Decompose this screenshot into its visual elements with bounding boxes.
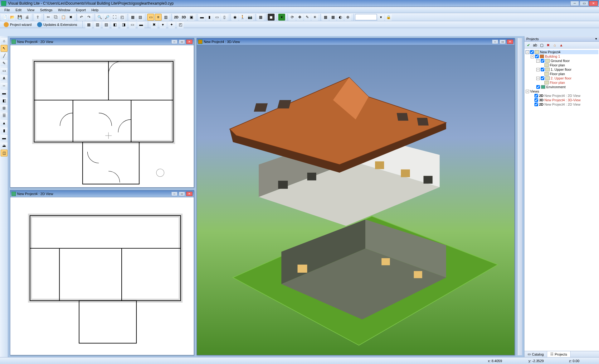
section-icon[interactable]: ▣ — [188, 14, 195, 21]
tree-checkbox[interactable] — [534, 98, 538, 102]
tree-ground-floor[interactable]: − Ground floor — [525, 59, 598, 63]
min-button[interactable]: ─ — [171, 192, 178, 196]
cut-icon[interactable]: ✂ — [45, 14, 52, 21]
tab-catalog[interactable]: ▭ Catalog — [524, 351, 547, 357]
terrain-icon[interactable]: ⛰ — [1, 142, 7, 149]
select-icon[interactable]: ▭ — [147, 14, 154, 21]
collapse-icon[interactable]: − — [531, 55, 534, 58]
panel-6-icon[interactable]: ▭ — [129, 21, 136, 28]
measure-icon[interactable]: ≡ — [155, 14, 162, 21]
select-region-icon[interactable]: ◫ — [1, 150, 7, 156]
menu-file[interactable]: File — [2, 7, 12, 12]
project-wizard-button[interactable]: Project wizard — [2, 22, 33, 27]
copy-icon[interactable]: ⿻ — [52, 14, 59, 21]
tree-floorplan-1[interactable]: Floor plan — [525, 63, 598, 67]
tile-v-icon[interactable]: ▮ — [206, 14, 213, 21]
updates-extensions-button[interactable]: Updates & Extensions — [35, 22, 79, 27]
window-2d-a-header[interactable]: New Project4 : 2D View ─ ▭ ✕ — [10, 38, 194, 45]
close-button[interactable]: ✕ — [589, 1, 598, 6]
cascade-icon[interactable]: ▭ — [213, 14, 220, 21]
tool-b-icon[interactable]: ▾ — [159, 21, 166, 28]
menu-view[interactable]: View — [25, 7, 37, 12]
project-tree[interactable]: − New Project4 − Building 1 − Ground flo… — [524, 49, 599, 351]
tree-checkbox[interactable] — [530, 50, 534, 54]
menu-settings[interactable]: Settings — [37, 7, 55, 12]
print-icon[interactable]: 🖨 — [24, 14, 31, 21]
max-button[interactable]: ▭ — [499, 40, 506, 44]
shade-icon[interactable]: ▩ — [329, 14, 336, 21]
sun-icon[interactable]: ☀ — [311, 14, 318, 21]
column-icon[interactable]: ▮ — [1, 127, 7, 134]
tree-building[interactable]: − Building 1 — [525, 54, 598, 59]
tree-checkbox[interactable] — [536, 85, 540, 89]
close-button[interactable]: ✕ — [186, 192, 192, 196]
collapse-icon[interactable]: − — [536, 68, 540, 71]
plan-canvas-a[interactable] — [10, 45, 194, 187]
new-icon[interactable]: 📄 — [1, 14, 8, 21]
pencil-icon[interactable]: ✎ — [1, 60, 7, 67]
tool-a-icon[interactable]: ✖ — [151, 21, 158, 28]
globe-icon[interactable]: ⊕ — [344, 14, 351, 21]
texture-icon[interactable]: ◐ — [337, 14, 344, 21]
pointer-icon[interactable]: ↖ — [1, 45, 7, 52]
wire-icon[interactable]: ▦ — [322, 14, 329, 21]
collapse-icon[interactable]: − — [536, 77, 540, 80]
door-icon[interactable]: ◧ — [1, 97, 7, 104]
tree-checkbox[interactable] — [541, 76, 544, 80]
min-button[interactable]: ─ — [171, 40, 178, 44]
collapse-icon[interactable]: − — [536, 59, 540, 63]
arrange-icon[interactable]: ▯ — [221, 14, 228, 21]
menu-export[interactable]: Export — [73, 7, 88, 12]
delete-icon[interactable]: ✖ — [67, 14, 74, 21]
new-folder-icon[interactable]: ▢ — [539, 42, 544, 48]
stair-icon[interactable]: ☰ — [1, 112, 7, 119]
close-button[interactable]: ✕ — [186, 40, 192, 44]
tree-checkbox[interactable] — [541, 68, 544, 71]
tree-checkbox[interactable] — [534, 103, 538, 106]
close-button[interactable]: ✕ — [507, 40, 513, 44]
line-icon[interactable]: ╱ — [1, 52, 7, 59]
tool-d-icon[interactable]: ◰ — [177, 21, 184, 28]
window-2d-b-header[interactable]: New Project4 : 2D View ─ ▭ ✕ — [10, 190, 194, 197]
menu-window[interactable]: Window — [56, 7, 73, 12]
projects-panel-title[interactable]: Projects ▾ — [524, 36, 599, 42]
paste-icon[interactable]: 📋 — [60, 14, 67, 21]
window-icon[interactable]: ⊞ — [1, 105, 7, 112]
grid-icon[interactable]: ▤ — [137, 14, 144, 21]
rename-icon[interactable]: ab — [532, 42, 538, 48]
layer-icon[interactable]: ▦ — [129, 14, 136, 21]
tree-floorplan-2[interactable]: Floor plan — [525, 72, 598, 76]
menu-edit[interactable]: Edit — [13, 7, 24, 12]
tree-upper-1[interactable]: − 1. Upper floor — [525, 67, 598, 72]
color-picker-icon[interactable]: ▾ — [278, 14, 285, 21]
3d-canvas[interactable] — [197, 45, 514, 355]
tree-checkbox[interactable] — [535, 55, 539, 58]
lock-icon[interactable]: 🔒 — [385, 14, 392, 21]
tree-view-3[interactable]: 2D New Project4 : 2D View — [525, 102, 598, 107]
tree-checkbox[interactable] — [541, 59, 544, 63]
add-floor-icon[interactable]: ⌂ — [552, 42, 558, 48]
min-button[interactable]: ─ — [492, 40, 498, 44]
panel-4-icon[interactable]: ◧ — [111, 21, 118, 28]
panel-2-icon[interactable]: ▥ — [94, 21, 101, 28]
minimize-button[interactable]: ─ — [570, 1, 579, 6]
tree-environment[interactable]: Environment — [525, 85, 598, 89]
tree-view-1[interactable]: 2D New Project4 : 2D View — [525, 93, 598, 98]
scale-combo[interactable] — [355, 14, 377, 20]
3d-button[interactable]: 3D — [180, 14, 187, 21]
save-icon[interactable]: 💾 — [16, 14, 23, 21]
tree-view-2[interactable]: 3D New Project4 : 3D-View — [525, 98, 598, 102]
panel-float-icon[interactable]: ▾ — [595, 37, 597, 41]
tree-upper-2[interactable]: − 2. Upper floor — [525, 76, 598, 80]
panel-1-icon[interactable]: ▦ — [85, 21, 92, 28]
zoom-out-icon[interactable]: 🔎 — [104, 14, 110, 21]
2d-button[interactable]: 2D — [173, 14, 180, 21]
pan-icon[interactable]: ✥ — [296, 14, 303, 21]
dim-icon[interactable]: ↔ — [1, 82, 7, 89]
arrow-down-icon[interactable]: ▾ — [377, 14, 384, 21]
roof-icon[interactable]: ▲ — [1, 120, 7, 127]
render-icon[interactable]: ◉ — [231, 14, 238, 21]
zoom-window-icon[interactable]: ◰ — [119, 14, 125, 21]
tile-h-icon[interactable]: ▬ — [198, 14, 205, 21]
collapse-icon[interactable]: − — [526, 50, 529, 54]
